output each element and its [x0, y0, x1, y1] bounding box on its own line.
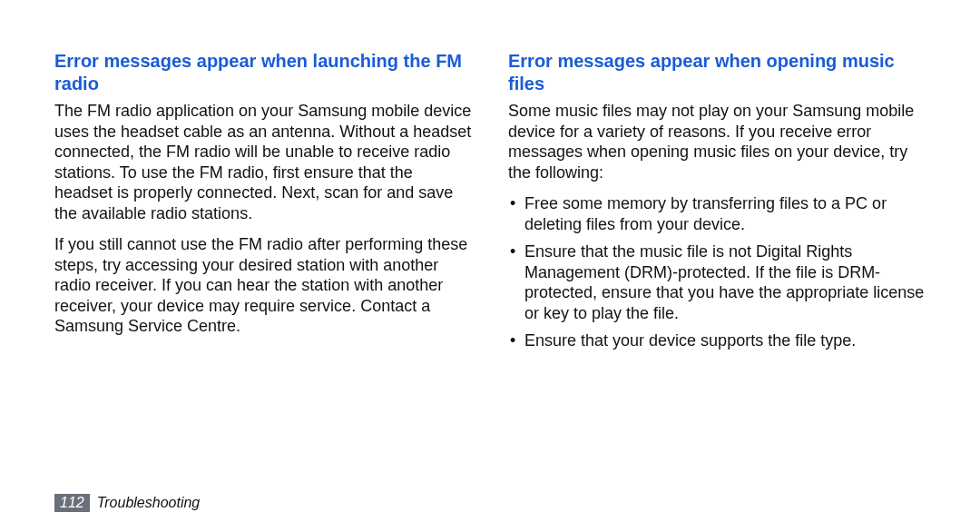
two-column-layout: Error messages appear when launching the…	[54, 50, 926, 359]
page-number: 112	[54, 494, 90, 512]
bullet-list: Free some memory by transferring files t…	[508, 193, 926, 351]
section-name: Troubleshooting	[97, 495, 201, 511]
heading-music-files: Error messages appear when opening music…	[508, 50, 926, 95]
page-footer: 112 Troubleshooting	[54, 494, 200, 512]
manual-page: Error messages appear when launching the…	[0, 0, 980, 532]
list-item: Free some memory by transferring files t…	[508, 193, 926, 234]
list-item: Ensure that the music file is not Digita…	[508, 241, 926, 323]
paragraph: Some music files may not play on your Sa…	[508, 101, 926, 182]
heading-fm-radio: Error messages appear when launching the…	[54, 50, 472, 95]
right-column: Error messages appear when opening music…	[508, 50, 926, 359]
left-column: Error messages appear when launching the…	[54, 50, 472, 359]
paragraph: If you still cannot use the FM radio aft…	[54, 234, 472, 337]
paragraph: The FM radio application on your Samsung…	[54, 101, 472, 223]
list-item: Ensure that your device supports the fil…	[508, 330, 926, 351]
